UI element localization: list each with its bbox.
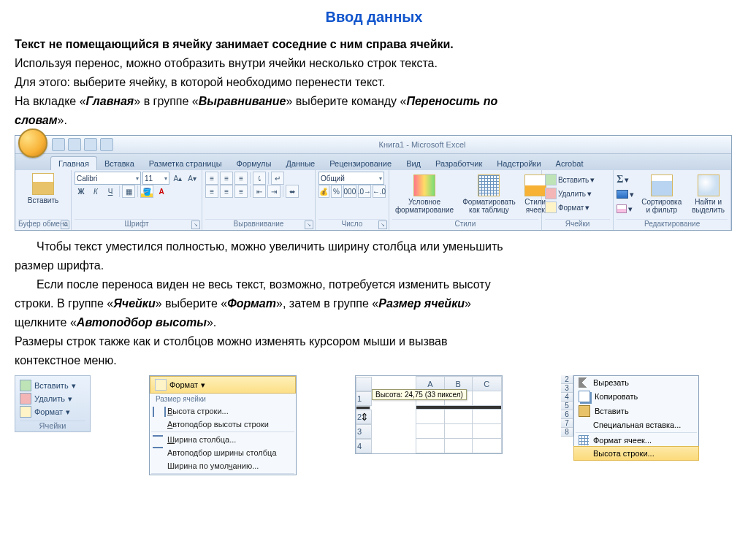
- clipboard-dialog-launcher[interactable]: ↘: [61, 220, 69, 229]
- group-styles-label: Стили: [392, 219, 538, 229]
- paragraph-6-line3: щелкните «Автоподбор высоты».: [15, 314, 733, 331]
- bold-button[interactable]: Ж: [75, 185, 88, 198]
- qat-customize-icon[interactable]: [100, 138, 113, 151]
- delete-cells-icon: [545, 188, 557, 199]
- font-dialog-launcher[interactable]: ↘: [191, 220, 200, 229]
- format-as-table-button[interactable]: Форматировать как таблицу: [459, 173, 519, 215]
- ctx-row-3[interactable]: 3: [561, 384, 573, 393]
- merge-center-icon[interactable]: ⬌: [286, 185, 299, 198]
- conditional-formatting-button[interactable]: Условное форматирование: [392, 173, 457, 215]
- tab-view[interactable]: Вид: [399, 157, 428, 170]
- borders-button[interactable]: ▦: [122, 185, 135, 198]
- row-header-1[interactable]: 1: [356, 391, 372, 406]
- ctx-row-6[interactable]: 6: [561, 410, 573, 419]
- tab-developer[interactable]: Разработчик: [428, 157, 489, 170]
- font-color-button[interactable]: A: [155, 185, 168, 198]
- fill-color-button[interactable]: 🪣: [140, 185, 153, 198]
- tab-layout[interactable]: Разметка страницы: [142, 157, 229, 170]
- align-middle-icon[interactable]: ≡: [220, 172, 233, 185]
- format-icon: [20, 406, 31, 418]
- excel-ribbon: Книга1 - Microsoft Excel Главная Вставка…: [15, 135, 732, 231]
- delete-cells-button[interactable]: Удалить▾: [545, 187, 610, 200]
- menu-default-width[interactable]: Ширина по умолчанию...: [150, 459, 296, 472]
- percent-format-icon[interactable]: %: [331, 185, 342, 198]
- decrease-indent-icon[interactable]: ⇤: [253, 185, 266, 198]
- qat-save-icon[interactable]: [52, 138, 65, 151]
- align-top-icon[interactable]: ≡: [205, 172, 218, 185]
- ctx-row-2[interactable]: 2: [561, 375, 573, 384]
- tab-data[interactable]: Данные: [278, 157, 322, 170]
- row-header-3[interactable]: 3: [356, 424, 372, 439]
- tab-acrobat[interactable]: Acrobat: [549, 157, 591, 170]
- menu-autofit-col[interactable]: Автоподбор ширины столбца: [150, 446, 296, 459]
- blank-icon-2: [579, 448, 589, 459]
- fill-icon: [617, 190, 628, 199]
- ctx-copy[interactable]: Копировать: [574, 389, 698, 404]
- number-dialog-launcher[interactable]: ↘: [378, 220, 387, 229]
- increase-indent-icon[interactable]: ⇥: [267, 185, 280, 198]
- format-menu-button[interactable]: Формат ▾: [20, 405, 85, 418]
- accounting-format-icon[interactable]: 💰: [318, 185, 329, 198]
- shrink-font-icon[interactable]: A▾: [186, 172, 199, 185]
- col-header-c[interactable]: C: [472, 377, 501, 391]
- ctx-cut[interactable]: Вырезать: [574, 376, 698, 389]
- paste-button[interactable]: Вставить: [18, 172, 68, 206]
- increase-decimal-icon[interactable]: .0→: [358, 185, 371, 198]
- ctx-row-5[interactable]: 5: [561, 402, 573, 410]
- format-cells-button[interactable]: Формат▾: [545, 201, 610, 214]
- grow-font-icon[interactable]: A▴: [171, 172, 184, 185]
- autosum-button[interactable]: Σ▾: [617, 173, 634, 186]
- ctx-paste[interactable]: Вставить: [574, 404, 698, 418]
- group-font-label: Шрифт: [75, 219, 199, 229]
- tab-insert[interactable]: Вставка: [97, 157, 142, 170]
- insert-menu-button[interactable]: Вставить ▾: [20, 379, 85, 392]
- decrease-decimal-icon[interactable]: ←.0: [373, 185, 386, 198]
- ctx-row-height[interactable]: Высота строки...: [573, 446, 699, 461]
- comma-format-icon[interactable]: 000: [343, 185, 356, 198]
- orientation-icon[interactable]: ⤹: [253, 172, 266, 185]
- alignment-dialog-launcher[interactable]: ↘: [305, 220, 313, 229]
- ctx-row-8[interactable]: 8: [561, 428, 573, 437]
- quick-access-toolbar: [52, 138, 113, 151]
- ctx-format-cells[interactable]: Формат ячеек...: [574, 434, 698, 447]
- ctx-row-7[interactable]: 7: [561, 419, 573, 428]
- format-dropdown-icon: [155, 379, 167, 391]
- font-size-combo[interactable]: 11▾: [142, 172, 170, 185]
- italic-button[interactable]: К: [89, 185, 102, 198]
- sort-filter-button[interactable]: Сортировка и фильтр: [638, 173, 684, 215]
- clear-button[interactable]: ▾: [617, 202, 634, 215]
- delete-menu-button[interactable]: Удалить ▾: [20, 392, 85, 405]
- underline-button[interactable]: Ч: [104, 185, 117, 198]
- tab-addins[interactable]: Надстройки: [489, 157, 548, 170]
- select-all-corner[interactable]: [356, 377, 372, 391]
- number-format-combo[interactable]: Общий▾: [318, 172, 384, 185]
- menu-autofit-row[interactable]: Автоподбор высоты строки: [150, 418, 296, 431]
- office-button[interactable]: [18, 129, 47, 158]
- align-bottom-icon[interactable]: ≡: [234, 172, 248, 185]
- font-name-combo[interactable]: Calibri▾: [75, 172, 141, 185]
- tab-review[interactable]: Рецензирование: [322, 157, 399, 170]
- align-center-icon[interactable]: ≡: [220, 185, 233, 198]
- ctx-row-4[interactable]: 4: [561, 393, 573, 402]
- find-select-button[interactable]: Найти и выделить: [689, 173, 728, 215]
- tab-formulas[interactable]: Формулы: [229, 157, 279, 170]
- align-right-icon[interactable]: ≡: [234, 185, 248, 198]
- paragraph-6-line2: строки. В группе «Ячейки» выберите «Форм…: [15, 295, 733, 312]
- menu-col-width[interactable]: Ширина столбца...: [150, 433, 296, 446]
- format-dropdown-button[interactable]: Формат ▾: [150, 376, 296, 394]
- align-left-icon[interactable]: ≡: [205, 185, 218, 198]
- fill-button[interactable]: ▾: [617, 188, 634, 201]
- wrap-text-icon[interactable]: ↵: [271, 172, 284, 185]
- worksheet-fragment: A B C 1 2 3 4 Высота: 24,75 (33 пиксел) …: [355, 375, 503, 454]
- menu-row-height[interactable]: Высота строки...: [150, 404, 296, 418]
- paragraph-3: Для этого: выберите ячейку, в которой не…: [15, 74, 733, 91]
- row-header-4[interactable]: 4: [356, 439, 372, 453]
- qat-redo-icon[interactable]: [84, 138, 97, 151]
- ctx-paste-special[interactable]: Специальная вставка...: [574, 418, 698, 431]
- copy-icon: [579, 391, 590, 402]
- insert-cells-button[interactable]: Вставить▾: [545, 173, 610, 186]
- tab-home[interactable]: Главная: [50, 156, 97, 170]
- sigma-icon: Σ: [617, 174, 623, 185]
- qat-undo-icon[interactable]: [68, 138, 81, 151]
- page-title: Ввод данных: [15, 9, 733, 26]
